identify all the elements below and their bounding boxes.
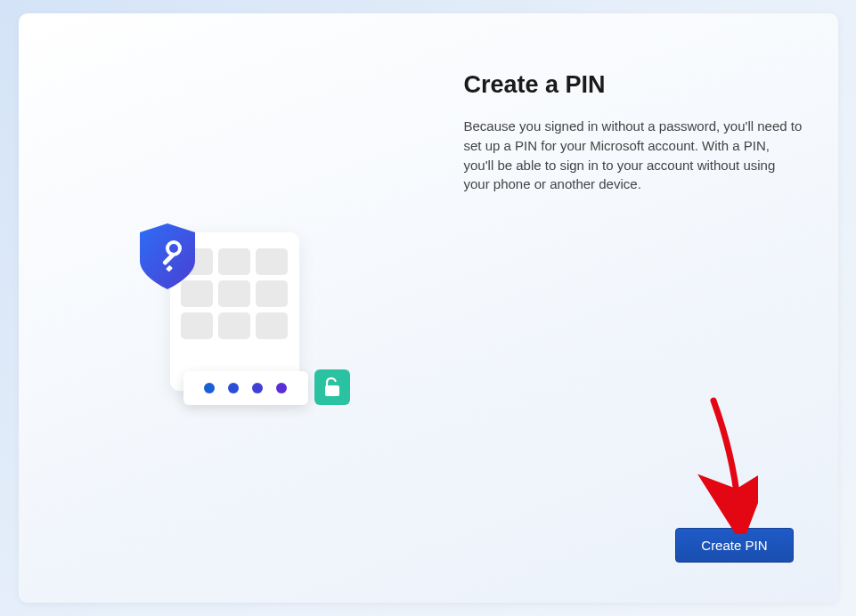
pin-dots-row — [183, 371, 308, 405]
unlock-icon — [314, 369, 350, 405]
pin-dot — [228, 383, 239, 393]
pin-illustration — [126, 232, 357, 428]
illustration-pane — [19, 13, 464, 603]
shield-key-icon — [131, 220, 204, 293]
dialog-title: Create a PIN — [464, 71, 803, 99]
keypad-key — [218, 248, 250, 275]
keypad-key — [181, 312, 213, 339]
pin-setup-dialog: Create a PIN Because you signed in witho… — [19, 13, 838, 603]
keypad-key — [256, 248, 288, 275]
pin-dot — [204, 383, 215, 393]
dialog-description: Because you signed in without a password… — [464, 117, 803, 194]
svg-rect-3 — [325, 385, 339, 396]
pin-dot — [252, 383, 263, 393]
keypad-key — [256, 280, 288, 307]
content-pane: Create a PIN Because you signed in witho… — [464, 13, 838, 603]
keypad-key — [218, 280, 250, 307]
create-pin-button[interactable]: Create PIN — [675, 528, 793, 563]
keypad-key — [218, 312, 250, 339]
keypad-key — [256, 312, 288, 339]
pin-dot — [276, 383, 287, 393]
